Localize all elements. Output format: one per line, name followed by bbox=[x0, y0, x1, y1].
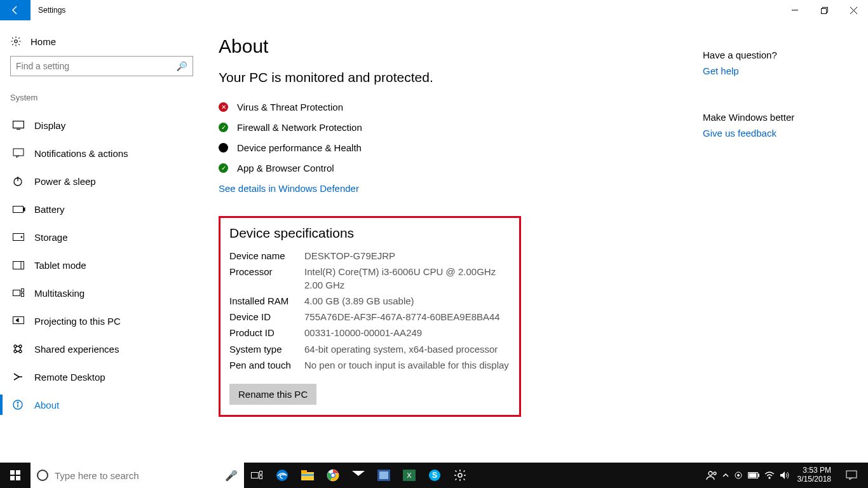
tray-time: 3:53 PM bbox=[797, 466, 831, 475]
svg-rect-32 bbox=[252, 473, 259, 478]
start-button[interactable] bbox=[0, 463, 31, 488]
svg-point-58 bbox=[769, 477, 770, 478]
sidebar-section-label: System bbox=[10, 93, 193, 102]
status-dot-dark bbox=[219, 143, 228, 152]
taskbar-app-settings[interactable] bbox=[447, 463, 473, 488]
system-tray: 3:53 PM 3/15/2018 bbox=[700, 463, 868, 488]
taskbar-app-chrome[interactable] bbox=[320, 463, 346, 488]
status-row: Device performance & Health bbox=[219, 137, 855, 158]
window-titlebar: Settings bbox=[0, 0, 868, 20]
sidebar-item-label: Shared experiences bbox=[34, 344, 119, 355]
sidebar-home[interactable]: Home bbox=[10, 32, 193, 56]
svg-rect-38 bbox=[301, 474, 314, 476]
spec-label: Device name bbox=[229, 250, 304, 262]
svg-rect-17 bbox=[22, 289, 24, 292]
svg-rect-28 bbox=[10, 470, 15, 475]
svg-point-23 bbox=[19, 350, 22, 353]
sidebar-item-label: Display bbox=[34, 120, 65, 131]
svg-rect-57 bbox=[749, 473, 756, 477]
display-icon bbox=[13, 121, 24, 130]
sidebar-item-shared-experiences[interactable]: Shared experiences bbox=[10, 335, 193, 363]
sidebar-item-remote-desktop[interactable]: Remote Desktop bbox=[10, 363, 193, 391]
taskbar-search[interactable]: 🎤 bbox=[31, 463, 244, 488]
sidebar-item-label: Notifications & actions bbox=[34, 148, 128, 159]
tray-volume-icon[interactable] bbox=[780, 471, 790, 480]
status-dot-ok: ✓ bbox=[219, 163, 228, 173]
tray-clock[interactable]: 3:53 PM 3/15/2018 bbox=[795, 466, 834, 484]
spec-row: System type64-bit operating system, x64-… bbox=[229, 343, 510, 356]
spec-row: Installed RAM4.00 GB (3.89 GB usable) bbox=[229, 295, 510, 308]
taskbar-app-edge[interactable] bbox=[269, 463, 295, 488]
sidebar: Home 🔍 System DisplayNotifications & act… bbox=[0, 20, 203, 463]
minimize-button[interactable] bbox=[780, 0, 810, 20]
svg-text:S: S bbox=[432, 471, 437, 480]
sidebar-item-power-sleep[interactable]: Power & sleep bbox=[10, 167, 193, 195]
defender-link[interactable]: See details in Windows Defender bbox=[219, 183, 359, 194]
notify-icon bbox=[13, 148, 24, 158]
spec-label: Product ID bbox=[229, 327, 304, 339]
sidebar-search[interactable]: 🔍 bbox=[10, 56, 193, 76]
sidebar-item-about[interactable]: About bbox=[10, 391, 193, 419]
svg-point-51 bbox=[709, 471, 712, 475]
tray-battery-icon[interactable] bbox=[748, 472, 759, 478]
svg-rect-37 bbox=[301, 470, 307, 473]
sidebar-item-tablet-mode[interactable]: Tablet mode bbox=[10, 251, 193, 279]
mic-icon[interactable]: 🎤 bbox=[225, 470, 238, 482]
sidebar-item-multitasking[interactable]: Multitasking bbox=[10, 279, 193, 307]
sidebar-item-label: Power & sleep bbox=[34, 176, 96, 187]
spec-value: 755A76DE-AF3F-467A-8774-60BEA9E8BA44 bbox=[304, 311, 510, 323]
rename-pc-button[interactable]: Rename this PC bbox=[229, 384, 316, 405]
tablet-icon bbox=[13, 261, 24, 269]
svg-rect-7 bbox=[13, 149, 24, 156]
status-label: Device performance & Health bbox=[237, 142, 362, 153]
project-icon bbox=[13, 316, 24, 325]
svg-point-42 bbox=[332, 474, 335, 477]
tray-wifi-icon[interactable] bbox=[764, 471, 775, 479]
taskbar-app-explorer[interactable] bbox=[295, 463, 320, 488]
spec-row: Pen and touchNo pen or touch input is av… bbox=[229, 359, 510, 372]
tray-location-icon[interactable] bbox=[734, 471, 743, 480]
taskbar-app-skype[interactable]: S bbox=[422, 463, 447, 488]
sidebar-item-storage[interactable]: Storage bbox=[10, 223, 193, 251]
svg-rect-11 bbox=[24, 208, 25, 211]
status-label: Virus & Threat Protection bbox=[237, 102, 343, 112]
action-center-button[interactable] bbox=[839, 470, 864, 480]
spec-value: 00331-10000-00001-AA249 bbox=[304, 327, 510, 339]
tray-chevron-icon[interactable] bbox=[722, 473, 729, 478]
close-button[interactable] bbox=[839, 0, 868, 20]
people-icon[interactable] bbox=[706, 470, 717, 480]
sidebar-home-label: Home bbox=[31, 36, 56, 47]
sidebar-nav: DisplayNotifications & actionsPower & sl… bbox=[10, 111, 193, 419]
main-content: About Your PC is monitored and protected… bbox=[203, 20, 868, 463]
remote-icon bbox=[13, 372, 24, 381]
status-label: Firewall & Network Protection bbox=[237, 122, 362, 133]
spec-value: DESKTOP-G79EJRP bbox=[304, 250, 510, 262]
search-input[interactable] bbox=[16, 61, 177, 71]
sidebar-item-battery[interactable]: Battery bbox=[10, 195, 193, 223]
status-dot-bad: ✕ bbox=[219, 102, 228, 112]
sidebar-item-label: Battery bbox=[34, 204, 65, 215]
taskbar-app-mail[interactable] bbox=[346, 463, 371, 488]
spec-label: Pen and touch bbox=[229, 359, 304, 372]
battery-icon bbox=[13, 206, 24, 213]
taskbar-search-input[interactable] bbox=[55, 470, 219, 481]
feedback-link[interactable]: Give us feedback bbox=[703, 128, 776, 139]
taskbar-app-generic1[interactable] bbox=[371, 463, 397, 488]
sidebar-item-label: Multitasking bbox=[34, 288, 85, 299]
sidebar-item-display[interactable]: Display bbox=[10, 111, 193, 139]
get-help-link[interactable]: Get help bbox=[703, 65, 739, 76]
maximize-button[interactable] bbox=[810, 0, 839, 20]
multitask-icon bbox=[13, 288, 24, 297]
task-view-button[interactable] bbox=[244, 463, 269, 488]
tray-date: 3/15/2018 bbox=[797, 475, 831, 484]
back-button[interactable] bbox=[0, 0, 31, 20]
gear-icon bbox=[10, 36, 22, 47]
taskbar-app-excel[interactable]: X bbox=[397, 463, 422, 488]
svg-rect-31 bbox=[16, 476, 20, 480]
shared-icon bbox=[13, 344, 24, 354]
sidebar-item-projecting-to-this-pc[interactable]: Projecting to this PC bbox=[10, 307, 193, 335]
help-panel: Have a question? Get help Make Windows b… bbox=[703, 50, 843, 139]
spec-row: Product ID00331-10000-00001-AA249 bbox=[229, 327, 510, 339]
help-better: Make Windows better bbox=[703, 112, 843, 123]
sidebar-item-notifications-actions[interactable]: Notifications & actions bbox=[10, 139, 193, 167]
